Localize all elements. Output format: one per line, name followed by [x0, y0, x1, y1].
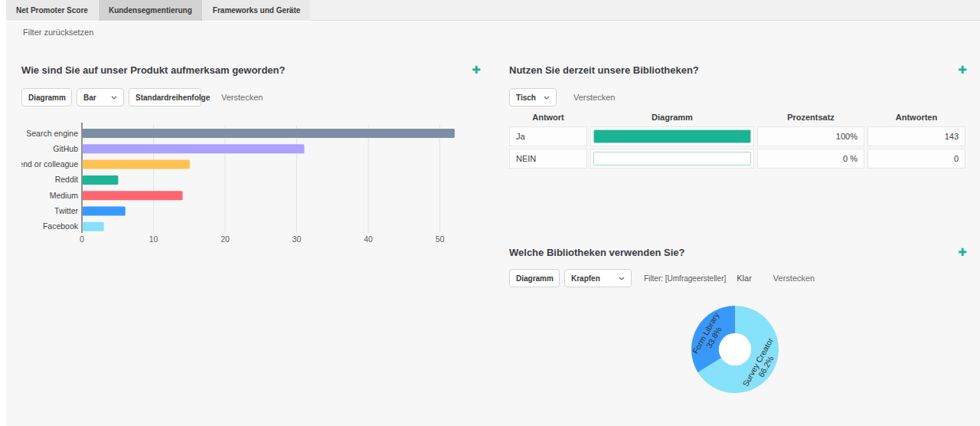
- select-value: Diagramm: [28, 93, 66, 102]
- category-label: Twitter: [54, 206, 78, 215]
- filter-reset-link[interactable]: Filter zurücksetzen: [23, 28, 93, 37]
- filter-info-label: Filter: [Umfrageersteller]: [644, 274, 726, 283]
- count-cell: 0: [867, 149, 965, 169]
- dashboard-content: Filter zurücksetzen Wie sind Sie auf uns…: [6, 21, 980, 426]
- chart-subtype-select[interactable]: Bar: [77, 88, 124, 106]
- select-value: Tisch: [516, 93, 536, 102]
- bar-chart: 01020304050Search engineGitHubFriend or …: [21, 119, 490, 249]
- tab-kundensegmentierung[interactable]: Kundensegmentierung: [99, 0, 202, 21]
- select-value: Diagramm: [516, 274, 554, 283]
- category-label: Search engine: [26, 129, 78, 138]
- x-tick-label: 0: [80, 234, 84, 244]
- bar-github[interactable]: [83, 144, 305, 153]
- clear-filter-link[interactable]: Klar: [737, 274, 752, 283]
- add-chart-icon[interactable]: ✚: [958, 247, 967, 257]
- bar-friend-or-colleague[interactable]: [83, 160, 190, 169]
- tab-net-promoter-score[interactable]: Net Promoter Score: [6, 0, 98, 21]
- add-chart-icon[interactable]: ✚: [958, 64, 967, 75]
- add-chart-icon[interactable]: ✚: [472, 64, 481, 75]
- category-label: Facebook: [43, 221, 79, 231]
- chevron-down-icon: [619, 277, 625, 280]
- hide-link[interactable]: Verstecken: [573, 93, 615, 102]
- category-label: Reddit: [55, 175, 78, 184]
- donut-chart: Survey Creator66.2%Form Library33.8%: [658, 296, 812, 426]
- bar-medium[interactable]: [83, 191, 183, 200]
- category-label: Friend or colleague: [21, 159, 78, 169]
- percent-cell: 100%: [757, 126, 864, 146]
- x-tick-label: 10: [149, 234, 158, 244]
- chart-type-select[interactable]: Diagramm: [21, 88, 72, 106]
- select-value: Bar: [83, 93, 96, 102]
- chevron-down-icon: [111, 96, 117, 100]
- panel-library-which: Welche Bibliotheken verwenden Sie? ✚ Dia…: [509, 247, 967, 287]
- bar-facebook[interactable]: [83, 222, 104, 231]
- column-header: Antwort: [509, 111, 587, 124]
- column-header: Prozentsatz: [757, 111, 864, 124]
- diagram-cell: [590, 149, 754, 169]
- x-tick-label: 20: [220, 234, 230, 244]
- percent-cell: 0 %: [757, 149, 864, 169]
- hide-link[interactable]: Verstecken: [221, 93, 263, 102]
- donut-hole: [719, 333, 751, 365]
- panel-library-usage: Nutzen Sie derzeit unsere Bibliotheken? …: [509, 64, 967, 106]
- diagram-cell: [590, 126, 754, 146]
- survey-dashboard: Net Promoter Score Kundensegmentierung F…: [0, 0, 980, 426]
- x-tick-label: 50: [436, 234, 445, 244]
- chevron-down-icon: [544, 96, 550, 100]
- order-select[interactable]: Standardreihenfolge: [129, 88, 201, 106]
- percent-bar-fill: [594, 130, 750, 143]
- hide-link[interactable]: Verstecken: [773, 274, 815, 283]
- category-label: Medium: [50, 191, 79, 200]
- chart-type-select[interactable]: Diagramm: [509, 269, 560, 287]
- library-usage-table: Antwort Diagramm Prozentsatz Antworten J…: [509, 111, 965, 169]
- panel-usage-title: Nutzen Sie derzeit unsere Bibliotheken?: [509, 64, 699, 76]
- count-cell: 143: [867, 126, 965, 146]
- x-tick-label: 40: [364, 234, 373, 244]
- select-value: Krapfen: [571, 274, 600, 283]
- tab-bar: Net Promoter Score Kundensegmentierung F…: [6, 0, 980, 21]
- x-tick-label: 30: [292, 234, 302, 244]
- percent-bar-track: [593, 129, 751, 143]
- column-header: Diagramm: [590, 111, 754, 124]
- bar-search-engine[interactable]: [83, 129, 455, 138]
- view-type-select[interactable]: Tisch: [509, 88, 557, 106]
- bar-reddit[interactable]: [83, 175, 119, 185]
- column-header: Antworten: [867, 111, 965, 124]
- answer-cell: NEIN: [509, 149, 587, 169]
- panel-which-title: Welche Bibliotheken verwenden Sie?: [509, 247, 685, 258]
- chart-subtype-select[interactable]: Krapfen: [564, 269, 632, 287]
- panel-awareness-title: Wie sind Sie auf unser Produkt aufmerksa…: [21, 64, 285, 76]
- tab-frameworks-und-geraete[interactable]: Frameworks und Geräte: [203, 0, 310, 21]
- category-label: GitHub: [53, 144, 78, 153]
- answer-cell: Ja: [509, 126, 587, 146]
- bar-twitter[interactable]: [83, 207, 126, 216]
- percent-bar-track: [593, 152, 751, 165]
- select-value: Standardreihenfolge: [136, 93, 210, 102]
- panel-awareness: Wie sind Sie auf unser Produkt aufmerksa…: [21, 64, 481, 106]
